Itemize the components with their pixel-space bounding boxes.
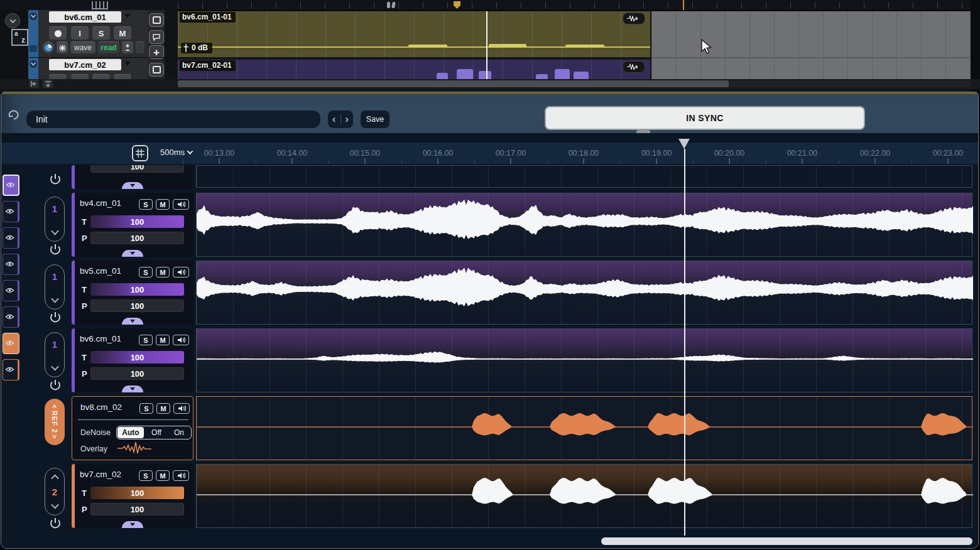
denoise-auto-option[interactable]: Auto xyxy=(117,427,144,438)
lane-partial[interactable] xyxy=(196,165,972,188)
lane-bv5[interactable] xyxy=(196,261,972,325)
track2-name-dropdown-icon[interactable] xyxy=(124,62,131,66)
clip-bv6[interactable]: bv6.cm_01-01 0 dB xyxy=(178,11,650,57)
expand-handle[interactable] xyxy=(122,386,143,392)
power-button-bv6[interactable] xyxy=(48,379,62,392)
track1-color-strip[interactable] xyxy=(28,10,38,57)
clip-bv7-warp-icon[interactable] xyxy=(623,61,645,73)
timeline-ruler[interactable]: 500ms 00:13.0000:14.0000:15.0000:16.0000… xyxy=(1,143,978,164)
plugin-horizontal-scrollbar[interactable] xyxy=(601,537,972,545)
power-button[interactable] xyxy=(48,173,62,186)
lane-bv8-reference[interactable] xyxy=(196,396,972,460)
preset-next-button[interactable]: › xyxy=(340,111,353,128)
pitch-slider[interactable]: 100 xyxy=(90,503,184,515)
ref-selector-bv8[interactable]: <REF 2> xyxy=(45,399,65,445)
track2-name[interactable]: bv7.cm_02 xyxy=(49,59,121,70)
monitor-button[interactable] xyxy=(173,267,189,278)
mute-button[interactable]: M xyxy=(156,403,170,414)
track1-name-dropdown-icon[interactable] xyxy=(124,14,131,18)
tune-slider[interactable]: 100 xyxy=(90,283,184,296)
track1-solo-button[interactable]: S xyxy=(92,26,110,40)
lane-bv4[interactable] xyxy=(196,193,972,257)
daw-mini-timeline[interactable] xyxy=(0,0,980,11)
tune-slider[interactable]: 100 xyxy=(90,215,184,228)
track1-wave-view-button[interactable]: wave xyxy=(70,41,95,53)
track1-window-icon[interactable] xyxy=(149,13,164,27)
expand-handle[interactable] xyxy=(122,318,143,325)
track1-comments-icon[interactable] xyxy=(149,30,164,44)
track-visibility-item[interactable] xyxy=(3,280,19,301)
group-selector-bv5[interactable]: 1 xyxy=(45,264,65,310)
track1-mute-button[interactable]: M xyxy=(114,26,131,40)
mute-button[interactable]: M xyxy=(156,335,170,345)
monitor-button[interactable] xyxy=(173,335,189,345)
track2-collapse-icon[interactable] xyxy=(30,60,37,68)
track1-name[interactable]: bv6.cm_01 xyxy=(49,11,121,23)
clip-bv7[interactable]: bv7.cm_02-01 xyxy=(178,60,650,79)
track1-automation-read-button[interactable]: read xyxy=(98,41,119,53)
pitch-slider[interactable]: 100 xyxy=(90,367,184,380)
mute-button[interactable]: M xyxy=(156,267,170,278)
overlay-waveform-icon[interactable] xyxy=(117,442,151,455)
lane-bv6[interactable] xyxy=(196,328,972,392)
power-button-bv5[interactable] xyxy=(48,311,62,325)
clip-gain-badge[interactable]: 0 dB xyxy=(181,43,212,53)
keyboard-focus-icon[interactable]: az xyxy=(11,29,28,46)
clip-bv6-warp-icon[interactable] xyxy=(623,13,645,24)
denoise-off-option[interactable]: Off xyxy=(145,427,168,438)
lane-bv7[interactable] xyxy=(196,464,972,528)
group-selector-bv6[interactable]: 1 xyxy=(45,332,65,377)
daw-horizontal-scrollbar[interactable] xyxy=(178,80,971,87)
track-visibility-item[interactable] xyxy=(3,201,19,222)
grid-interval-dropdown[interactable]: 500ms xyxy=(160,148,192,157)
monitor-button[interactable] xyxy=(173,403,190,414)
in-sync-button[interactable]: IN SYNC xyxy=(545,106,865,130)
expand-handle[interactable] xyxy=(122,182,143,189)
grid-toggle-button[interactable] xyxy=(132,145,148,161)
group-selector-bv4[interactable]: 1 xyxy=(45,197,65,242)
preset-name-field[interactable]: Init xyxy=(26,111,320,128)
playhead-marker[interactable] xyxy=(678,139,690,149)
mute-button[interactable]: M xyxy=(156,470,170,481)
solo-button[interactable]: S xyxy=(139,403,153,414)
track1-freeze-icon[interactable] xyxy=(30,45,37,52)
mute-button[interactable]: M xyxy=(156,199,170,210)
power-button-bv4[interactable] xyxy=(48,243,62,257)
solo-button[interactable]: S xyxy=(139,335,153,345)
solo-button[interactable]: S xyxy=(139,267,153,278)
track1-extra-button[interactable] xyxy=(136,41,144,53)
track1-timebase-icon[interactable] xyxy=(43,41,54,53)
scroll-left-edge-icon[interactable] xyxy=(29,80,39,88)
denoise-on-option[interactable]: On xyxy=(169,427,189,438)
expand-handle[interactable] xyxy=(122,250,143,257)
daw-horizontal-scrollbar-thumb[interactable] xyxy=(178,80,729,87)
track1-voice-icon[interactable] xyxy=(122,41,133,53)
track-visibility-item[interactable] xyxy=(3,254,19,275)
solo-button[interactable]: S xyxy=(139,199,153,210)
track-visibility-item[interactable] xyxy=(3,227,19,249)
scroll-down-icon[interactable] xyxy=(43,80,53,88)
preset-prev-button[interactable]: ‹ xyxy=(328,111,340,128)
power-button-bv7[interactable] xyxy=(48,517,62,531)
track-visibility-item[interactable] xyxy=(3,359,19,380)
expand-handle[interactable] xyxy=(122,521,143,528)
track-visibility-item[interactable] xyxy=(3,175,19,196)
pitch-slider[interactable]: 100 xyxy=(90,299,184,312)
refresh-icon[interactable] xyxy=(7,108,21,121)
tune-slider[interactable]: 100 xyxy=(90,487,184,499)
track-header-partial[interactable]: 100 xyxy=(72,165,193,189)
track-visibility-item[interactable] xyxy=(3,333,19,354)
track1-collapse-icon[interactable] xyxy=(30,13,37,20)
solo-button[interactable]: S xyxy=(139,470,153,481)
tune-slider[interactable]: 100 xyxy=(90,351,184,364)
collapse-button[interactable] xyxy=(5,13,20,28)
pitch-slider[interactable]: 100 xyxy=(90,165,184,173)
track2-color-strip[interactable] xyxy=(28,58,38,79)
track2-window-icon[interactable] xyxy=(149,63,164,77)
track1-input-button[interactable]: I xyxy=(71,26,89,40)
track-visibility-item[interactable] xyxy=(3,306,19,328)
monitor-button[interactable] xyxy=(173,470,189,481)
daw-empty-timeline[interactable] xyxy=(651,11,971,79)
group-selector-bv7[interactable]: 2 xyxy=(45,468,65,515)
preset-save-button[interactable]: Save xyxy=(361,111,389,128)
